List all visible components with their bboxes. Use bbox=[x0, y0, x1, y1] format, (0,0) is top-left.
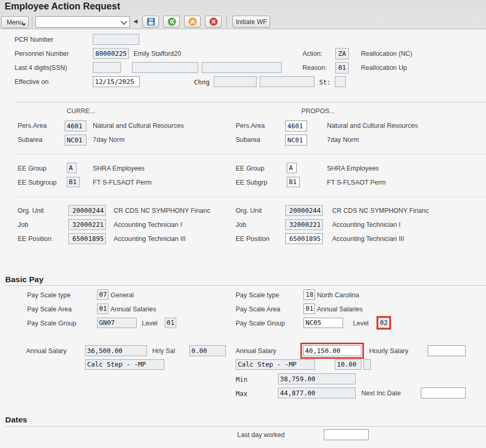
cancel-button[interactable] bbox=[205, 16, 222, 28]
pcr-number-field[interactable] bbox=[93, 34, 139, 45]
proposed-level-field-highlighted[interactable]: 02 bbox=[378, 318, 390, 328]
current-pay-scale-type-desc: General bbox=[111, 292, 133, 299]
proposed-level-label: Level bbox=[353, 320, 369, 327]
dates-section-title: Dates bbox=[5, 415, 27, 425]
proposed-ee-subgroup-field[interactable]: B1 bbox=[287, 177, 300, 187]
min-salary-field[interactable]: 38,759.00 bbox=[278, 373, 356, 384]
personnel-number-label: Personnel Number bbox=[15, 50, 69, 57]
current-ee-position-label: EE Position bbox=[18, 235, 52, 243]
section-divider bbox=[5, 285, 486, 286]
chng-field-1[interactable] bbox=[214, 76, 257, 87]
proposed-job-label: Job bbox=[236, 221, 246, 228]
transaction-combobox[interactable] bbox=[35, 16, 130, 28]
effective-on-label: Effective on bbox=[15, 78, 48, 86]
current-subarea-desc: 7day Norm bbox=[93, 136, 125, 143]
double-chevron-up-icon bbox=[188, 17, 198, 27]
effective-date-field[interactable]: 12/15/2025 bbox=[93, 76, 140, 87]
menu-dropdown-triangle-icon bbox=[22, 23, 26, 26]
section-divider bbox=[15, 102, 486, 102]
current-subarea-field[interactable]: NC01 bbox=[65, 135, 87, 146]
current-annual-salary-label: Annual Salary bbox=[26, 347, 67, 355]
current-level-field[interactable]: 01 bbox=[165, 318, 176, 328]
cancel-x-icon bbox=[209, 17, 218, 27]
proposed-org-unit-desc: CR CDS NC SYMPHONY Financ bbox=[332, 207, 429, 214]
proposed-ee-group-field[interactable]: A bbox=[287, 163, 297, 173]
basic-pay-section-title: Basic Pay bbox=[5, 275, 43, 284]
action-desc-text: Reallocation (NC) bbox=[361, 50, 412, 57]
proposed-hourly-salary-field[interactable] bbox=[428, 345, 466, 356]
current-hourly-salary-field[interactable]: 0.00 bbox=[189, 345, 226, 356]
current-pay-scale-type-label: Pay Scale type bbox=[27, 292, 70, 299]
page-up-button[interactable] bbox=[184, 16, 201, 28]
proposed-org-unit-label: Org. Unit bbox=[236, 207, 262, 214]
proposed-calc-step-unit-field[interactable] bbox=[363, 359, 371, 370]
current-ee-subgroup-field[interactable]: B1 bbox=[67, 177, 80, 187]
proposed-pers-area-field[interactable]: 4601 bbox=[285, 120, 307, 131]
toolbar-divider bbox=[226, 16, 227, 28]
save-button[interactable] bbox=[142, 16, 159, 28]
current-pers-area-field[interactable]: 4601 bbox=[65, 120, 87, 131]
last-day-worked-field[interactable] bbox=[324, 429, 369, 440]
current-hourly-salary-label: Hrly Sal bbox=[152, 347, 175, 355]
chng-label: Chng bbox=[194, 78, 210, 86]
proposed-calc-step-field[interactable]: Calc Step - -MP bbox=[236, 359, 315, 370]
ssn-field-2[interactable] bbox=[132, 62, 198, 73]
action-code-field[interactable]: ZA bbox=[335, 48, 349, 59]
proposed-pay-scale-area-desc: Annual Salaries bbox=[317, 306, 363, 313]
reason-code-field[interactable]: 01 bbox=[335, 62, 349, 74]
current-pay-scale-group-field[interactable]: GN07 bbox=[97, 318, 137, 328]
proposed-subarea-desc: 7day Norm bbox=[327, 136, 359, 143]
last-day-worked-label: Last day worked bbox=[237, 431, 285, 439]
current-ee-group-desc: SHRA Employees bbox=[93, 165, 144, 172]
proposed-pay-scale-area-field[interactable]: 01 bbox=[303, 304, 315, 314]
current-level-label: Level bbox=[142, 320, 157, 327]
ssn-field-3[interactable] bbox=[202, 62, 282, 73]
current-calc-step-field[interactable]: Calc Step - -MP bbox=[85, 359, 164, 370]
toolbar-divider bbox=[32, 16, 32, 28]
back-button[interactable] bbox=[163, 16, 180, 28]
current-org-unit-label: Org. Unit bbox=[18, 207, 44, 214]
proposed-pay-scale-group-field[interactable]: NC05 bbox=[303, 318, 343, 328]
st-field[interactable] bbox=[335, 76, 346, 87]
proposed-subarea-field[interactable]: NC01 bbox=[285, 135, 307, 146]
proposed-pers-area-desc: Natural and Cultural Resources bbox=[327, 122, 418, 129]
current-pay-scale-area-field[interactable]: 01 bbox=[97, 304, 108, 314]
current-ee-subgroup-label: EE Subgroup bbox=[18, 179, 56, 186]
current-ee-subgroup-desc: FT S-FLSAOT Perm bbox=[93, 179, 152, 186]
current-annual-salary-field[interactable]: 36,500.00 bbox=[85, 345, 147, 356]
pcr-number-label: PCR Number bbox=[15, 36, 53, 43]
current-ee-group-field[interactable]: A bbox=[67, 163, 77, 173]
proposed-pay-scale-type-desc: North Carolina bbox=[317, 292, 359, 299]
proposed-org-unit-field[interactable]: 20000244 bbox=[285, 205, 323, 216]
next-inc-date-field[interactable] bbox=[421, 388, 466, 398]
personnel-number-field[interactable]: 80000225 bbox=[93, 48, 129, 59]
current-pay-scale-group-label: Pay Scale Group bbox=[27, 320, 77, 327]
initiate-wf-label: Initiate WF bbox=[236, 18, 267, 26]
initiate-wf-button[interactable]: Initiate WF bbox=[233, 16, 270, 28]
current-ee-position-field[interactable]: 65001895 bbox=[68, 233, 106, 244]
min-salary-label: Min bbox=[236, 376, 248, 383]
proposed-calc-step-pct-field[interactable]: 10.00 bbox=[335, 359, 361, 370]
proposed-pay-scale-type-field[interactable]: 18 bbox=[303, 289, 315, 300]
menu-button[interactable]: Menu bbox=[1, 16, 29, 28]
current-org-unit-field[interactable]: 20000244 bbox=[68, 205, 106, 216]
personnel-name-text: Emily Stafford20 bbox=[133, 50, 181, 57]
ssn-field-1[interactable] bbox=[93, 62, 121, 73]
double-chevron-left-icon bbox=[167, 17, 177, 27]
proposed-ee-position-field[interactable]: 65001895 bbox=[285, 233, 323, 244]
proposed-annual-salary-field-highlighted[interactable]: 40,150.00 bbox=[303, 345, 361, 356]
current-pay-scale-area-desc: Annual Salaries bbox=[111, 306, 156, 313]
collapse-left-icon[interactable]: ◀ bbox=[133, 18, 138, 25]
max-salary-field[interactable]: 44,877.00 bbox=[278, 388, 356, 398]
proposed-ee-group-desc: SHRA Employees bbox=[327, 165, 379, 172]
proposed-hourly-salary-label: Hourly Salary bbox=[369, 347, 408, 355]
max-salary-label: Max bbox=[236, 390, 248, 397]
proposed-pay-scale-area-label: Pay Scale Area bbox=[236, 306, 280, 313]
section-divider bbox=[5, 426, 486, 427]
proposed-job-field[interactable]: 32000221 bbox=[285, 219, 323, 230]
current-job-field[interactable]: 32000221 bbox=[68, 219, 106, 230]
chng-field-2[interactable] bbox=[260, 76, 314, 87]
current-pay-scale-type-field[interactable]: 07 bbox=[97, 289, 108, 300]
action-label: Action: bbox=[302, 50, 322, 57]
current-job-label: Job bbox=[18, 221, 28, 228]
